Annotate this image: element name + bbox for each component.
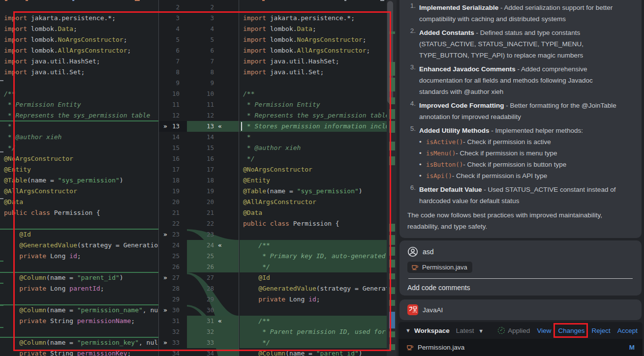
line-number-left: 14 [172, 132, 180, 143]
gutter-row: 1616 [159, 153, 239, 164]
code-line: * Permission Entity [0, 99, 158, 110]
expand-right-icon[interactable]: » [163, 229, 166, 240]
gutter-row: 2828 [159, 283, 239, 294]
code-line: @Data [0, 197, 158, 208]
reject-button[interactable]: Reject [591, 327, 610, 334]
line-number-left: 23 [172, 229, 180, 240]
line-number-right: 4 [210, 24, 214, 34]
code-line: * @author xieh [0, 132, 158, 143]
gutter-row: 33 [159, 13, 239, 24]
version-dropdown[interactable]: Latest ▼ [456, 327, 484, 334]
minimap-change-mark [389, 156, 395, 165]
item-bullet: •isMenu() - Check if permission is menu … [419, 148, 622, 159]
line-number-right: 27 [207, 272, 214, 283]
code-line: * Permission Entity [240, 99, 387, 110]
line-number-right: 15 [207, 143, 214, 153]
workspace-title: Workspace [414, 327, 450, 334]
agent-card: JavaAI [399, 299, 642, 320]
collapse-left-icon[interactable]: « [218, 240, 221, 251]
line-number-left: 24 [172, 240, 180, 251]
gutter-row: 1717 [159, 164, 239, 175]
expand-right-icon[interactable]: » [163, 337, 166, 348]
code-line: import java.util.HashSet; [240, 56, 387, 67]
code-line: * Represents the sys_permission table [240, 110, 387, 121]
collapse-left-icon[interactable]: « [218, 316, 221, 326]
line-number-left: 27 [172, 272, 180, 283]
applied-status: ✓ Applied [498, 327, 530, 334]
item-number: 1. [407, 2, 416, 25]
line-number-right: 13 [207, 121, 214, 132]
gutter-row: 2222 [159, 218, 239, 229]
code-line: @Column(name = "permission_key", nullabl… [0, 337, 158, 348]
code-line: */ [240, 262, 387, 272]
chevron-down-icon[interactable]: ▼ [405, 327, 411, 333]
line-number-left: 5 [176, 34, 180, 45]
line-number-left: 19 [172, 186, 180, 197]
code-line: * [240, 132, 387, 143]
line-number-right: 7 [210, 56, 214, 67]
expand-right-icon[interactable]: » [163, 305, 166, 316]
code-line: private Long parentId; [0, 283, 158, 294]
gutter-row: 66 [159, 45, 239, 56]
line-number-left: 2 [176, 2, 180, 13]
workspace-file-name: Permission.java [418, 344, 464, 351]
line-number-left: 34 [172, 348, 180, 356]
gutter-row: 1414 [159, 132, 239, 143]
diff-right-pane[interactable]: import jakarta.persistence.*;import lomb… [240, 0, 387, 356]
line-number-right: 3 [210, 13, 214, 24]
gutter-row: 2020 [159, 197, 239, 208]
item-text: Implemented Serializable - Added seriali… [419, 2, 622, 25]
code-line [0, 2, 158, 13]
diff-left-pane[interactable]: import jakarta.persistence.*;import lomb… [0, 0, 158, 356]
gutter-edge-mark [0, 327, 3, 328]
code-line: public class Permission { [0, 208, 158, 218]
gutter-row: »2727 [159, 272, 239, 283]
gutter-row: 2424« [159, 240, 239, 251]
code-line: @GeneratedValue(strategy = GenerationTyp… [240, 283, 387, 294]
line-number-right: 17 [207, 164, 214, 175]
bullet-dot: • [419, 170, 426, 181]
gutter-row: »3030 [159, 305, 239, 316]
code-line [0, 262, 158, 272]
code-line: import lombok.AllArgsConstructor; [0, 45, 158, 56]
item-text: Improved Code Formatting - Better format… [419, 100, 622, 122]
workspace-file-row[interactable]: Permission.java M [399, 339, 643, 356]
assistant-panel: 1.Implemented Serializable - Added seria… [397, 0, 644, 356]
code-line [240, 305, 387, 316]
method-code: isActive() [426, 136, 463, 148]
code-line: * Primary key ID, auto-generated [240, 251, 387, 262]
user-message-text: Add code comments [407, 284, 634, 292]
accept-button[interactable]: Accept [617, 327, 638, 334]
attached-file-name: Permission.java [422, 264, 467, 271]
minimap-change-mark [389, 287, 395, 294]
code-line: /** [240, 240, 387, 251]
code-line: private Long id; [240, 294, 387, 305]
gutter-row: 22 [159, 2, 239, 13]
bullet-dot: • [419, 136, 426, 148]
attached-file-chip[interactable]: Permission.java [407, 262, 472, 273]
item-number: 5. [407, 125, 416, 181]
gutter-row: 99 [159, 78, 239, 89]
line-number-left: 6 [176, 45, 180, 56]
expand-right-icon[interactable]: » [163, 121, 166, 132]
view-link[interactable]: View [537, 327, 551, 334]
method-code: isMenu() [426, 148, 456, 159]
minimap-change-mark [389, 121, 395, 133]
code-line: */ [240, 337, 387, 348]
agent-name: JavaAI [423, 306, 443, 314]
code-line: @Table(name = "sys_permission") [0, 175, 158, 186]
expand-right-icon[interactable]: » [163, 272, 166, 283]
code-line: import lombok.AllArgsConstructor; [240, 45, 387, 56]
item-bullet: •isActive() - Check if permission is act… [419, 136, 622, 148]
summary-closing-text: The code now follows best practices with… [407, 209, 623, 232]
changes-link[interactable]: Changes [558, 327, 584, 334]
chevron-down-icon: ▼ [478, 328, 484, 334]
item-number: 2. [407, 27, 416, 61]
code-line: @Table(name = "sys_permission") [240, 186, 387, 197]
line-number-right: 24 [207, 240, 214, 251]
clipped-code-fragment [380, 0, 384, 1]
code-line: @Data [240, 208, 387, 218]
line-number-right: 18 [207, 175, 214, 186]
summary-item: 6.Better Default Value - Used STATUS_ACT… [407, 184, 632, 207]
collapse-left-icon[interactable]: « [218, 121, 221, 132]
